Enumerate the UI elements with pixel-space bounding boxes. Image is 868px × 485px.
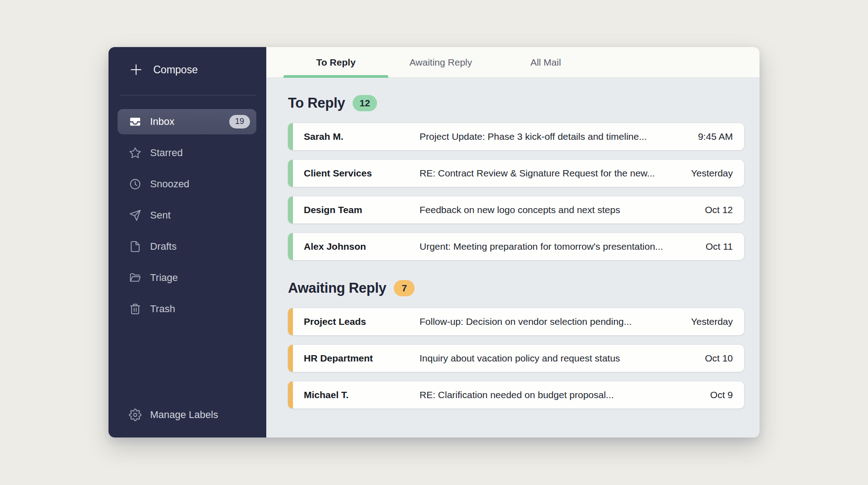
email-sender: Design Team: [304, 204, 420, 215]
section-header: To Reply12: [288, 95, 744, 111]
email-sender: HR Department: [304, 353, 420, 364]
tab-label: Awaiting Reply: [410, 57, 472, 68]
email-row[interactable]: Design TeamFeedback on new logo concepts…: [288, 196, 744, 223]
email-subject: Urgent: Meeting preparation for tomorrow…: [420, 241, 697, 252]
sidebar-item-label: Trash: [150, 303, 175, 315]
tab-all-mail[interactable]: All Mail: [493, 47, 598, 77]
email-time: Oct 10: [696, 353, 744, 364]
sidebar-item-snoozed[interactable]: Snoozed: [118, 171, 256, 197]
email-row[interactable]: Project LeadsFollow-up: Decision on vend…: [288, 308, 744, 335]
sidebar-item-trash[interactable]: Trash: [118, 296, 256, 322]
section-count-badge: 7: [394, 280, 415, 296]
compose-label: Compose: [153, 64, 198, 76]
manage-labels-button[interactable]: Manage Labels: [108, 409, 266, 437]
section-count-badge: 12: [353, 95, 377, 111]
email-time: Oct 11: [697, 241, 744, 252]
sidebar-item-label: Sent: [150, 209, 170, 221]
tab-to-reply[interactable]: To Reply: [283, 47, 388, 77]
inbox-icon: [129, 115, 142, 128]
mail-app-window: Compose Inbox19StarredSnoozedSentDraftsT…: [108, 47, 760, 437]
section-title: To Reply: [288, 95, 345, 111]
email-accent-bar: [288, 196, 293, 223]
manage-labels-label: Manage Labels: [150, 409, 218, 421]
email-accent-bar: [288, 123, 293, 150]
tab-bar: To ReplyAwaiting ReplyAll Mail: [266, 47, 760, 78]
email-row[interactable]: HR DepartmentInquiry about vacation poli…: [288, 345, 744, 372]
email-accent-bar: [288, 381, 293, 409]
email-time: Oct 9: [701, 390, 744, 400]
email-row[interactable]: Alex JohnsonUrgent: Meeting preparation …: [288, 233, 744, 260]
email-accent-bar: [288, 345, 293, 372]
email-subject: Follow-up: Decision on vendor selection …: [420, 316, 682, 327]
plus-icon: [129, 62, 143, 77]
trash-icon: [129, 303, 142, 315]
send-icon: [129, 209, 142, 222]
email-sender: Sarah M.: [304, 131, 420, 142]
sidebar-item-drafts[interactable]: Drafts: [118, 234, 256, 259]
sidebar-item-sent[interactable]: Sent: [118, 203, 256, 228]
section-to-reply: To Reply12Sarah M.Project Update: Phase …: [288, 95, 744, 260]
email-accent-bar: [288, 308, 293, 335]
section-header: Awaiting Reply7: [288, 280, 744, 296]
section-awaiting-reply: Awaiting Reply7Project LeadsFollow-up: D…: [288, 280, 744, 409]
email-sender: Client Services: [304, 168, 420, 179]
sidebar-nav: Inbox19StarredSnoozedSentDraftsTriageTra…: [108, 109, 266, 328]
main-panel: To ReplyAwaiting ReplyAll Mail To Reply1…: [266, 47, 760, 437]
email-sender: Project Leads: [304, 316, 420, 327]
section-title: Awaiting Reply: [288, 280, 386, 296]
sidebar-divider: [119, 95, 255, 95]
star-icon: [129, 147, 142, 159]
email-row[interactable]: Sarah M.Project Update: Phase 3 kick-off…: [288, 123, 744, 150]
clock-icon: [129, 178, 142, 190]
email-sender: Michael T.: [304, 390, 420, 400]
gear-icon: [129, 409, 142, 421]
email-time: 9:45 AM: [689, 131, 744, 142]
sidebar-item-label: Triage: [150, 272, 178, 284]
folder-open-icon: [129, 271, 142, 284]
sidebar-item-label: Snoozed: [150, 178, 189, 190]
tab-label: All Mail: [530, 57, 561, 68]
email-subject: Inquiry about vacation policy and reques…: [420, 353, 696, 364]
file-icon: [129, 240, 142, 253]
email-subject: RE: Contract Review & Signature Request …: [420, 168, 682, 179]
email-subject: Project Update: Phase 3 kick-off details…: [420, 131, 689, 142]
email-subject: RE: Clarification needed on budget propo…: [420, 390, 701, 400]
email-sender: Alex Johnson: [304, 241, 420, 252]
tab-label: To Reply: [316, 57, 355, 68]
unread-count-badge: 19: [229, 115, 250, 128]
tab-awaiting-reply[interactable]: Awaiting Reply: [388, 47, 493, 77]
sidebar-item-triage[interactable]: Triage: [118, 265, 256, 290]
email-accent-bar: [288, 233, 293, 260]
sidebar-item-inbox[interactable]: Inbox19: [118, 109, 256, 134]
sidebar-item-label: Starred: [150, 147, 183, 159]
email-time: Yesterday: [682, 168, 744, 179]
email-row[interactable]: Client ServicesRE: Contract Review & Sig…: [288, 160, 744, 187]
sidebar-item-starred[interactable]: Starred: [118, 140, 256, 166]
compose-button[interactable]: Compose: [129, 62, 255, 77]
email-time: Oct 12: [696, 204, 744, 215]
sidebar: Compose Inbox19StarredSnoozedSentDraftsT…: [108, 47, 266, 437]
mail-content: To Reply12Sarah M.Project Update: Phase …: [266, 78, 760, 437]
sidebar-item-label: Inbox: [150, 116, 175, 128]
email-accent-bar: [288, 160, 293, 187]
email-row[interactable]: Michael T.RE: Clarification needed on bu…: [288, 381, 744, 409]
sidebar-item-label: Drafts: [150, 241, 177, 252]
email-subject: Feedback on new logo concepts and next s…: [420, 204, 696, 215]
email-time: Yesterday: [682, 316, 744, 327]
